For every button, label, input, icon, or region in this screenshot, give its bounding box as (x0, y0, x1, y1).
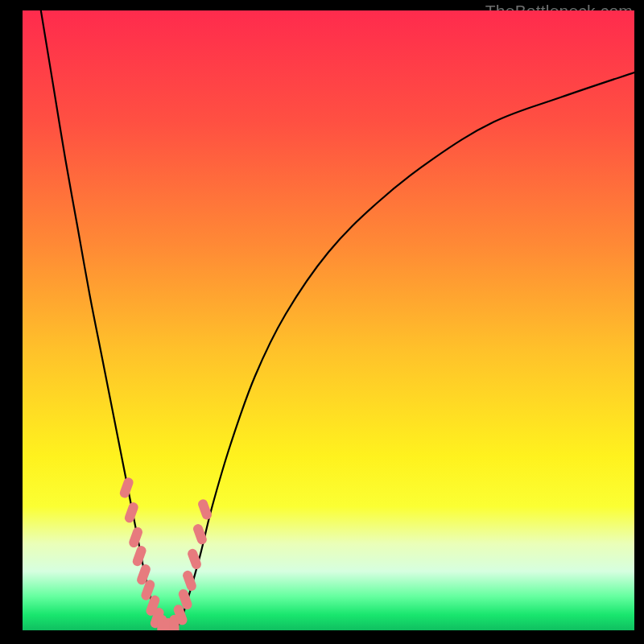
datapoint (128, 526, 144, 549)
chart-stage: TheBottleneck.com (0, 0, 644, 644)
datapoint (118, 477, 134, 500)
datapoints-group (118, 477, 213, 630)
curve-layer (23, 10, 634, 630)
datapoint (131, 544, 147, 568)
plot-area (23, 10, 634, 630)
curve-left (41, 10, 163, 630)
curve-right (175, 72, 634, 630)
datapoint (186, 547, 202, 571)
datapoint (123, 501, 139, 524)
